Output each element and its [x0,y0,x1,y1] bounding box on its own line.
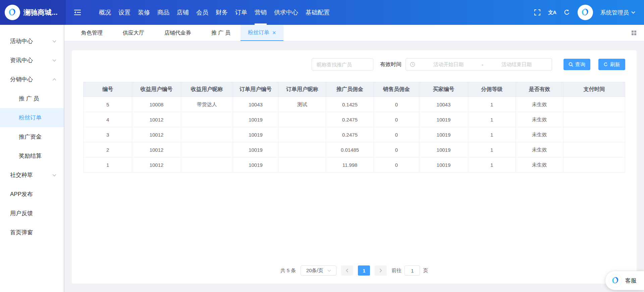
sidebar-item-news-center[interactable]: 资讯中心 [0,51,64,70]
col-order-user-nickname: 订单用户昵称 [278,82,326,97]
col-pay-time: 支付时间 [563,82,625,97]
app-title: 澜驰商城... [23,8,58,17]
menu-item-overview[interactable]: 概况 [95,0,115,25]
sidebar-item-label: 分销中心 [10,76,33,83]
sidebar-item-label: 首页弹窗 [10,229,33,236]
col-salesman-commission: 销售员佣金 [374,82,419,97]
brand-swirl-icon [7,7,17,17]
sidebar-item-distribution-center[interactable]: 分销中心 [0,70,64,89]
valid-time-label: 有效时间 [380,61,401,68]
chevron-left-icon [346,269,348,273]
pagination: 共 5 条 20条/页 1 前往 页 [72,265,637,276]
translate-icon[interactable]: 文A [548,9,556,16]
user-dropdown[interactable]: 系统管理员 [600,9,635,16]
col-buyer-id: 买家编号 [419,82,468,97]
col-income-user-nickname: 收益用户昵称 [181,82,233,97]
sidebar-item-fan-orders[interactable]: 粉丝订单 [0,108,64,127]
chevron-right-icon [379,269,382,273]
tab-panel-grid-icon[interactable] [631,25,637,41]
chevron-down-icon [52,174,56,177]
tab-label: 粉丝订单 [248,29,269,36]
menu-item-goods[interactable]: 商品 [154,0,173,25]
menu-item-finance[interactable]: 财务 [212,0,231,25]
fullscreen-icon[interactable] [534,9,541,16]
customer-service-button[interactable]: 客服 [605,271,644,290]
chevron-down-icon [327,270,331,272]
service-logo-icon [609,274,622,287]
search-icon [569,62,573,67]
page-tabbar: 角色管理 供应大厅 店铺代金券 推 广 员 粉丝订单 [64,25,644,41]
prev-page-button[interactable] [341,265,353,276]
chevron-down-icon [631,11,635,14]
tab-shop-voucher[interactable]: 店铺代金券 [154,25,201,41]
search-button[interactable]: 查询 [564,59,590,70]
collapse-sidebar-icon[interactable] [74,9,81,15]
table-row: 410012 10019 0.2475 010019 1未生效 [84,112,625,127]
start-date-placeholder[interactable]: 活动开始日期 [417,61,480,68]
fan-orders-panel: 有效时间 活动开始日期 - 活动结束日期 查询 刷新 [72,50,637,284]
main-content: 有效时间 活动开始日期 - 活动结束日期 查询 刷新 [64,41,644,292]
sidebar-item-user-feedback[interactable]: 用户反馈 [0,204,64,223]
menu-item-member[interactable]: 会员 [193,0,212,25]
user-name: 系统管理员 [600,9,629,16]
tab-fan-orders[interactable]: 粉丝订单 [240,25,283,41]
date-range-separator: - [482,62,483,67]
clock-icon [410,62,415,67]
sidebar-item-home-popup[interactable]: 首页弹窗 [0,223,64,242]
goto-page-input[interactable] [405,265,420,276]
col-commission-level: 分佣等级 [468,82,516,97]
logo-block[interactable]: 澜驰商城... [0,0,66,25]
end-date-placeholder[interactable]: 活动结束日期 [485,61,548,68]
col-promoter-commission: 推广员佣金 [326,82,374,97]
search-button-label: 查询 [575,61,585,68]
date-range-picker[interactable]: 活动开始日期 - 活动结束日期 [406,58,552,70]
sidebar-item-promotion-funds[interactable]: 推广资金 [0,127,64,146]
goto-suffix-label: 页 [423,267,428,274]
user-avatar[interactable] [578,5,593,20]
goto-prefix-label: 前往 [391,267,401,274]
sidebar-item-social-seeding[interactable]: 社交种草 [0,165,64,185]
sidebar-item-label: 用户反馈 [10,209,33,217]
refresh-button-label: 刷新 [610,61,620,68]
col-id: 编号 [84,82,132,97]
sidebar-item-label: 资讯中心 [10,56,33,64]
col-is-valid: 是否有效 [516,82,563,97]
chevron-down-icon [52,59,56,62]
sidebar-item-app-publish[interactable]: APP发布 [0,185,64,204]
chevron-down-icon [52,40,56,43]
table-row: 510008 带货达人10043 测试0.1425 010043 1未生效 [84,97,625,112]
tab-close-icon[interactable] [272,31,276,35]
sidebar-item-label: 推广资金 [19,133,42,141]
page-size-select[interactable]: 20条/页 [301,265,336,276]
next-page-button[interactable] [375,265,387,276]
promoter-search-input[interactable] [312,58,373,70]
filter-row: 有效时间 活动开始日期 - 活动结束日期 查询 刷新 [83,58,625,70]
total-count: 共 5 条 [280,267,296,274]
top-navbar: 澜驰商城... 概况 设置 装修 商品 店铺 会员 财务 订单 营销 供求中心 … [0,0,644,25]
menu-item-shop[interactable]: 店铺 [173,0,193,25]
table-row: 310012 10019 0.2475 010019 1未生效 [84,127,625,142]
menu-item-marketing[interactable]: 营销 [251,0,270,25]
current-page-button[interactable]: 1 [358,265,370,276]
table-header-row: 编号 收益用户编号 收益用户昵称 订单用户编号 订单用户昵称 推广员佣金 销售员… [84,82,625,97]
sidebar-item-promoter[interactable]: 推 广 员 [0,89,64,108]
tab-supply-hall[interactable]: 供应大厅 [113,25,154,41]
menu-item-order[interactable]: 订单 [231,0,251,25]
sidebar-item-reward-settlement[interactable]: 奖励结算 [0,146,64,165]
refresh-button[interactable]: 刷新 [598,59,625,70]
sidebar: 活动中心 资讯中心 分销中心 推 广 员 粉丝订单 推广资金 奖励结算 社交种草… [0,25,64,292]
menu-item-settings[interactable]: 设置 [115,0,134,25]
refresh-page-icon[interactable] [564,9,570,16]
col-income-user-id: 收益用户编号 [132,82,181,97]
menu-item-baseconfig[interactable]: 基础配置 [302,0,333,25]
table-row: 210012 10019 0.01485 010019 1未生效 [84,142,625,157]
menu-item-decorate[interactable]: 装修 [134,0,154,25]
menu-item-supply[interactable]: 供求中心 [270,0,302,25]
sidebar-item-label: 粉丝订单 [19,114,42,121]
tab-role-management[interactable]: 角色管理 [71,25,113,41]
sidebar-item-activity-center[interactable]: 活动中心 [0,32,64,51]
sidebar-item-label: 推 广 员 [19,95,39,102]
topbar-actions: 文A 系统管理员 [534,5,644,20]
tab-promoter[interactable]: 推 广 员 [201,25,240,41]
service-label: 客服 [625,277,637,285]
